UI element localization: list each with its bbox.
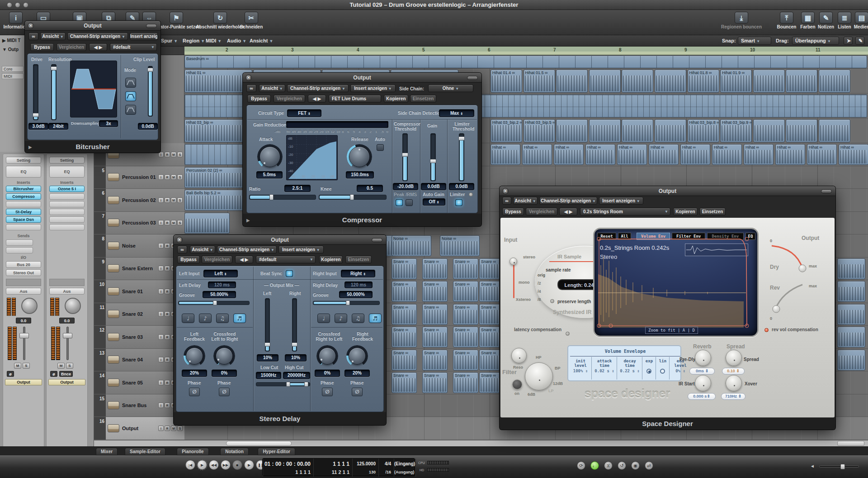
track-row-5[interactable]: 5Percussion 01IRMS <box>94 166 184 189</box>
region-snare[interactable]: Snare ∞ <box>392 281 417 302</box>
minimize-icon[interactable] <box>146 24 157 28</box>
rate-8-label[interactable]: /8 <box>538 297 541 302</box>
region-hihat-03-bip-5[interactable]: Hihat 03_bip.5 ∞ <box>524 119 555 142</box>
region-hihat-01-5[interactable]: Hihat 01.5 ∞ <box>524 70 555 93</box>
bypass-button[interactable]: Bypass <box>177 256 200 263</box>
disclosure-icon[interactable]: ▶ <box>28 145 32 150</box>
tab-mixer[interactable]: Mixer <box>96 448 118 455</box>
env-exp-radio[interactable] <box>646 369 651 374</box>
region-snare[interactable]: Snare ∞ <box>392 350 417 370</box>
ir-display[interactable]: ResetAllVolume EnvFilter EnvDensity EnvE… <box>593 228 759 337</box>
fader-track[interactable] <box>23 327 25 360</box>
limiter-threshold-slider[interactable] <box>459 133 464 181</box>
region-hihat[interactable]: Hihat ∞ <box>617 144 647 165</box>
track-row-8[interactable]: 8NoiseIRMS <box>94 234 184 258</box>
track-row-12[interactable]: 12Snare 03IRMS <box>94 326 184 349</box>
track-mute-button[interactable]: M <box>171 152 176 157</box>
solo-button[interactable]: S <box>23 363 30 369</box>
link-icon[interactable]: ∞ <box>177 246 187 253</box>
track-record-button[interactable]: R <box>165 220 170 225</box>
mix-right-slider[interactable] <box>292 298 297 351</box>
send-slot-1[interactable] <box>6 239 33 246</box>
setting-button[interactable]: Setting <box>49 157 85 164</box>
beat-sync-checkbox[interactable] <box>286 270 293 277</box>
tab-notation[interactable]: Notation <box>220 448 249 455</box>
track-row-15[interactable]: 15Snare BusIRMS <box>94 394 184 417</box>
low-cut-value[interactable]: 1500Hz <box>256 372 281 379</box>
track-record-button[interactable]: R <box>165 266 170 271</box>
inspector-output[interactable]: ▼ Outp <box>2 47 19 52</box>
mode-fold-button[interactable] <box>125 78 136 88</box>
knee-value[interactable]: 0.5 <box>357 185 383 192</box>
mix-right-value[interactable]: 10% <box>285 354 307 361</box>
play-from-selection-button[interactable]: ▶ <box>197 460 207 470</box>
region[interactable] <box>819 70 850 93</box>
track-row-16[interactable]: 16OutputIRMS <box>94 417 184 440</box>
phase-button-1[interactable]: ∅ <box>189 388 200 396</box>
filter-mode-knob[interactable] <box>525 362 553 390</box>
track-record-button[interactable]: R <box>165 289 170 294</box>
env-value-2[interactable]: 0.22 s ⇕ <box>618 369 642 373</box>
track-input-button[interactable]: I <box>158 197 164 203</box>
region-snare[interactable]: Snare ∞ <box>392 327 417 347</box>
midi-io-display[interactable]: (Eingang)(Ausgang) <box>394 459 415 477</box>
compare-button[interactable]: Vergleichen <box>57 43 86 51</box>
note-length-button-3[interactable]: ♫ <box>216 314 229 323</box>
track-record-button[interactable]: R <box>165 311 170 317</box>
solo-icon[interactable]: ◉ <box>631 461 640 470</box>
insert-slot[interactable] <box>6 201 41 207</box>
track-record-button[interactable]: R <box>165 380 170 385</box>
rewind-button[interactable]: ◀◀ <box>209 460 219 470</box>
insert-menu[interactable]: Insert anzeigen <box>130 33 158 40</box>
link-icon[interactable]: ∞ <box>28 33 38 40</box>
rev-vol-comp-led[interactable] <box>764 328 769 332</box>
xover-value[interactable]: 710Hz ⇕ <box>721 393 745 400</box>
track-mute-button[interactable]: M <box>171 197 176 203</box>
tempo-display[interactable]: 125.0000130 <box>352 459 378 477</box>
region-hihat[interactable]: Hihat ∞ <box>649 144 679 165</box>
region[interactable] <box>589 119 621 142</box>
region[interactable] <box>556 119 588 142</box>
pencil-tool-icon[interactable]: ✎ <box>855 37 864 45</box>
region-hihat-01-9[interactable]: Hihat 01.9 ∞ <box>720 70 752 93</box>
right-feedback-knob[interactable] <box>346 345 368 367</box>
aus-button[interactable]: Aus <box>49 288 85 295</box>
track-record-button[interactable]: R <box>165 403 170 408</box>
zoom-control[interactable] <box>837 441 864 446</box>
note-length-button-4[interactable]: ♬ <box>369 314 382 323</box>
preset-menu[interactable]: 0.2s Strings Room ▼ <box>580 208 670 216</box>
region-hihat-01[interactable]: Hihat 01 ∞ <box>184 70 252 93</box>
track-mute-button[interactable]: M <box>171 220 176 225</box>
track-record-button[interactable]: R <box>165 152 170 157</box>
region-snare[interactable]: Snare ∞ <box>392 372 417 393</box>
track-input-button[interactable]: I <box>158 243 164 248</box>
env-value-0[interactable]: 100% ⇕ <box>570 369 591 373</box>
cycle-icon[interactable]: ⟳ <box>577 461 585 470</box>
menu-region[interactable]: Region ▼ <box>183 37 205 45</box>
region[interactable] <box>622 119 653 142</box>
track-mute-button[interactable]: M <box>171 426 176 431</box>
compressor-titlebar[interactable]: ✕ Output <box>243 73 481 83</box>
peak-button[interactable] <box>396 199 403 206</box>
region-hihat[interactable]: Hihat ∞ <box>807 144 837 165</box>
ir-sample-button[interactable]: IR Sample <box>557 254 581 259</box>
note-length-button-1[interactable]: ♩ <box>317 314 330 323</box>
inspector-midi-thru[interactable]: ▶ MIDI T <box>2 38 20 43</box>
insert-slot-st-delay[interactable]: St-Delay <box>6 209 41 215</box>
tab-hyper-editor[interactable]: Hyper-Editor <box>258 448 295 455</box>
groove-value-left[interactable]: 50.000% <box>203 291 236 298</box>
region-hihat-03-bip-9[interactable]: Hihat 03_bip.9 ∞ <box>720 119 752 142</box>
mix-left-value[interactable]: 10% <box>257 354 278 361</box>
preset-menu[interactable]: #default ▼ <box>256 256 316 263</box>
track-solo-button[interactable]: S <box>177 197 183 203</box>
track-mute-button[interactable]: M <box>171 174 176 180</box>
sync-icon[interactable]: ⇄ <box>645 461 653 470</box>
region-snare[interactable]: Snare ∞ <box>422 304 448 325</box>
crossfeed-rl-knob[interactable] <box>316 345 338 367</box>
track-input-button[interactable]: I <box>158 266 164 271</box>
master-volume-slider[interactable] <box>819 465 859 468</box>
region[interactable] <box>837 350 865 370</box>
region[interactable] <box>786 119 817 142</box>
channelstrip-menu[interactable]: Channel-Strip anzeigen ▼ <box>287 84 349 92</box>
volume-thumb[interactable] <box>840 464 845 469</box>
